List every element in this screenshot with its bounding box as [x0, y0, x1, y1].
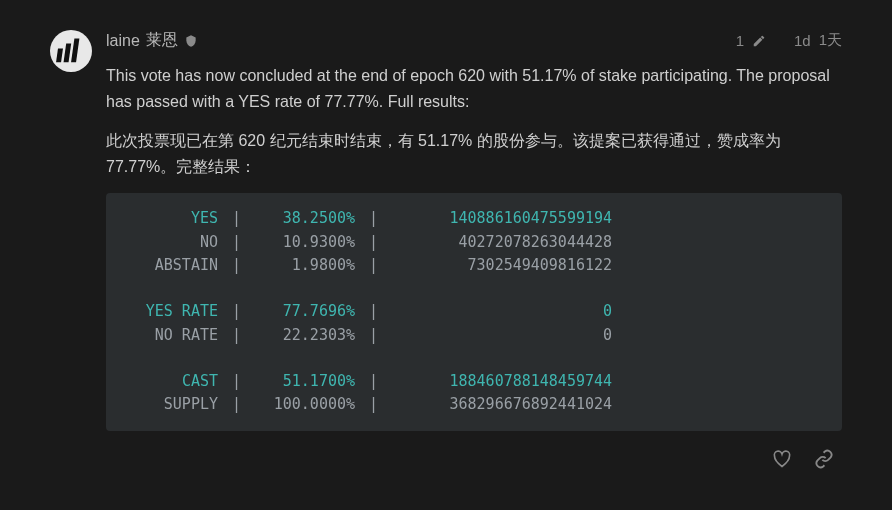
author-display-name: 莱恩 — [146, 30, 178, 51]
result-percent: 51.1700% — [255, 370, 355, 393]
separator: | — [218, 393, 255, 416]
avatar[interactable] — [50, 30, 92, 72]
result-row: SUPPLY|100.0000%|368296676892441024 — [126, 393, 822, 416]
link-icon[interactable] — [814, 449, 834, 469]
result-label: NO RATE — [126, 324, 218, 347]
separator: | — [218, 207, 255, 230]
svg-rect-0 — [56, 49, 63, 63]
separator: | — [218, 324, 255, 347]
result-percent: 1.9800% — [255, 254, 355, 277]
post-actions — [106, 449, 842, 469]
shield-icon — [184, 34, 198, 48]
separator: | — [355, 231, 392, 254]
result-row: ABSTAIN|1.9800%|7302549409816122 — [126, 254, 822, 277]
result-label: YES RATE — [126, 300, 218, 323]
paragraph-en: This vote has now concluded at the end o… — [106, 63, 842, 114]
result-value: 7302549409816122 — [392, 254, 612, 277]
separator: | — [218, 370, 255, 393]
forum-post: laine 莱恩 1 1d 1天 This vote has now concl… — [50, 30, 842, 469]
paragraph-cn: 此次投票现已在第 620 纪元结束时结束，有 51.17% 的股份参与。该提案已… — [106, 128, 842, 179]
edit-count: 1 — [736, 32, 744, 49]
avatar-logo-icon — [56, 36, 86, 66]
separator: | — [218, 231, 255, 254]
separator: | — [218, 300, 255, 323]
separator: | — [218, 254, 255, 277]
post-meta: 1 1d 1天 — [736, 31, 842, 50]
separator: | — [355, 370, 392, 393]
result-value: 0 — [392, 300, 612, 323]
result-label: NO — [126, 231, 218, 254]
result-row: YES RATE|77.7696%|0 — [126, 300, 822, 323]
result-value: 368296676892441024 — [392, 393, 612, 416]
blank-row — [126, 347, 822, 370]
result-percent: 100.0000% — [255, 393, 355, 416]
post-age-en: 1d — [794, 32, 811, 49]
result-value: 140886160475599194 — [392, 207, 612, 230]
result-percent: 10.9300% — [255, 231, 355, 254]
svg-rect-2 — [71, 39, 79, 63]
result-label: YES — [126, 207, 218, 230]
pencil-icon[interactable] — [752, 34, 766, 48]
separator: | — [355, 207, 392, 230]
result-label: CAST — [126, 370, 218, 393]
post-body: laine 莱恩 1 1d 1天 This vote has now concl… — [106, 30, 842, 469]
result-row: CAST|51.1700%|188460788148459744 — [126, 370, 822, 393]
result-value: 0 — [392, 324, 612, 347]
result-percent: 38.2500% — [255, 207, 355, 230]
separator: | — [355, 254, 392, 277]
separator: | — [355, 393, 392, 416]
result-value: 40272078263044428 — [392, 231, 612, 254]
result-percent: 77.7696% — [255, 300, 355, 323]
svg-rect-1 — [64, 44, 72, 63]
result-value: 188460788148459744 — [392, 370, 612, 393]
results-code-block: YES|38.2500%|140886160475599194NO|10.930… — [106, 193, 842, 430]
result-row: YES|38.2500%|140886160475599194 — [126, 207, 822, 230]
result-label: ABSTAIN — [126, 254, 218, 277]
result-row: NO|10.9300%|40272078263044428 — [126, 231, 822, 254]
result-percent: 22.2303% — [255, 324, 355, 347]
result-row: NO RATE|22.2303%|0 — [126, 324, 822, 347]
post-header: laine 莱恩 1 1d 1天 — [106, 30, 842, 51]
author-username[interactable]: laine — [106, 32, 140, 50]
blank-row — [126, 277, 822, 300]
post-age-cn: 1天 — [819, 31, 842, 50]
author-line: laine 莱恩 — [106, 30, 198, 51]
result-label: SUPPLY — [126, 393, 218, 416]
post-content: This vote has now concluded at the end o… — [106, 63, 842, 431]
heart-icon[interactable] — [772, 449, 792, 469]
separator: | — [355, 324, 392, 347]
separator: | — [355, 300, 392, 323]
